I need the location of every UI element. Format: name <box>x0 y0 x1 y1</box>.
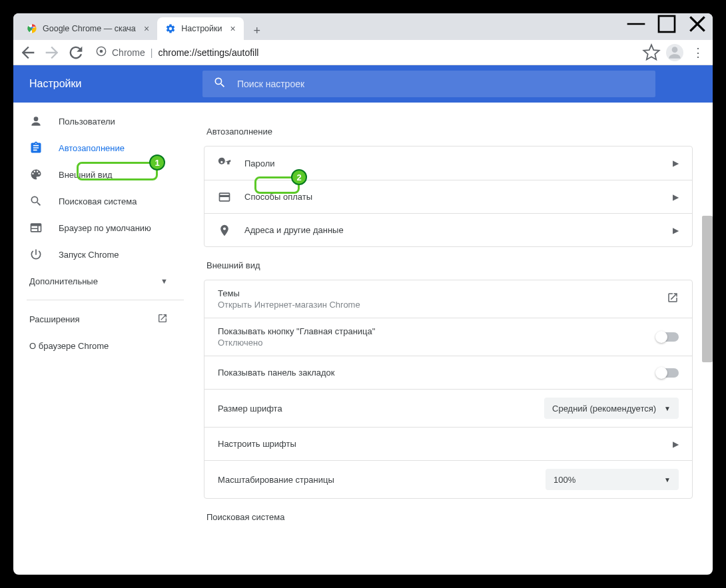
row-text-block: Показывать кнопку "Главная страница" Отк… <box>218 326 643 348</box>
settings-favicon-icon <box>165 23 176 34</box>
search-icon <box>213 76 226 92</box>
search-icon <box>29 194 43 208</box>
svg-point-7 <box>100 50 103 53</box>
sidebar-item-label: Браузер по умолчанию <box>59 223 151 233</box>
sidebar-item-startup[interactable]: Запуск Chrome <box>13 241 184 268</box>
address-bar[interactable]: Chrome | chrome://settings/autofill <box>91 46 637 59</box>
autofill-card: Пароли ▶ Способы оплаты ▶ Адреса и други… <box>204 146 693 247</box>
chevron-right-icon: ▶ <box>673 192 679 202</box>
key-icon <box>218 156 231 170</box>
page-title: Настройки <box>29 78 202 90</box>
toggle-bookmarks-bar[interactable] <box>656 368 679 378</box>
back-button[interactable] <box>19 43 37 62</box>
row-label: Масштабирование страницы <box>218 475 532 485</box>
sidebar-about-label: О браузере Chrome <box>29 341 109 351</box>
chevron-down-icon: ▼ <box>664 476 671 483</box>
row-label: Способы оплаты <box>244 192 659 202</box>
sidebar-advanced-label: Дополнительные <box>29 276 98 286</box>
sidebar-about-link[interactable]: О браузере Chrome <box>13 332 184 359</box>
row-sublabel: Открыть Интернет-магазин Chrome <box>218 300 653 310</box>
toggle-home-button[interactable] <box>656 332 679 342</box>
close-icon[interactable]: × <box>144 23 149 34</box>
divider <box>27 300 184 300</box>
main-panel: Автозаполнение Пароли ▶ Способы оплаты ▶ <box>184 103 713 575</box>
dropdown-font-size[interactable]: Средний (рекомендуется) ▼ <box>544 398 679 419</box>
forward-button[interactable] <box>43 43 61 62</box>
open-external-icon <box>157 313 168 326</box>
browser-window: Google Chrome — скачать бесп × Настройки… <box>13 13 713 575</box>
row-sublabel: Отключено <box>218 338 643 348</box>
sidebar-item-people[interactable]: Пользователи <box>13 108 184 135</box>
row-addresses[interactable]: Адреса и другие данные ▶ <box>204 213 692 246</box>
credit-card-icon <box>218 190 231 204</box>
svg-point-8 <box>672 47 678 53</box>
settings-body: Пользователи Автозаполнение Внешний вид … <box>13 103 713 575</box>
tab-title: Google Chrome — скачать бесп <box>43 24 136 33</box>
person-icon <box>29 115 43 128</box>
chrome-favicon-icon <box>27 23 37 34</box>
reload-button[interactable] <box>67 43 85 62</box>
row-label: Пароли <box>244 158 659 168</box>
sidebar-item-autofill[interactable]: Автозаполнение <box>13 135 184 161</box>
svg-point-9 <box>34 117 39 121</box>
window-controls <box>621 13 713 40</box>
appearance-card: Темы Открыть Интернет-магазин Chrome Пок… <box>204 280 693 499</box>
sidebar-item-label: Пользователи <box>59 117 115 127</box>
new-tab-button[interactable]: + <box>248 21 266 40</box>
power-icon <box>29 248 43 261</box>
chevron-down-icon: ▼ <box>161 277 168 285</box>
sidebar-extensions-link[interactable]: Расширения <box>13 306 184 332</box>
sidebar: Пользователи Автозаполнение Внешний вид … <box>13 103 184 575</box>
row-page-zoom: Масштабирование страницы 100% ▼ <box>204 460 692 498</box>
sidebar-item-label: Запуск Chrome <box>59 250 119 260</box>
web-icon <box>29 221 43 234</box>
row-text-block: Темы Открыть Интернет-магазин Chrome <box>218 288 653 310</box>
sidebar-item-label: Внешний вид <box>59 170 113 180</box>
sidebar-extensions-label: Расширения <box>29 314 80 324</box>
dropdown-value: 100% <box>553 475 575 485</box>
sidebar-item-label: Поисковая система <box>59 196 137 206</box>
row-label: Настроить шрифты <box>218 439 659 449</box>
section-title-appearance: Внешний вид <box>206 260 693 270</box>
tab-title: Настройки <box>181 24 222 33</box>
close-icon[interactable]: × <box>230 23 235 34</box>
row-bookmarks-bar: Показывать панель закладок <box>204 356 692 389</box>
chevron-down-icon: ▼ <box>664 405 671 412</box>
chrome-icon <box>96 46 107 59</box>
search-input[interactable] <box>237 79 645 89</box>
settings-header: Настройки <box>13 65 713 103</box>
row-customize-fonts[interactable]: Настроить шрифты ▶ <box>204 427 692 460</box>
profile-avatar-button[interactable] <box>666 44 683 61</box>
svg-rect-3 <box>659 16 675 32</box>
row-font-size: Размер шрифта Средний (рекомендуется) ▼ <box>204 389 692 427</box>
tab-inactive[interactable]: Google Chrome — скачать бесп × <box>19 17 157 40</box>
row-label: Адреса и другие данные <box>244 225 659 235</box>
sidebar-item-appearance[interactable]: Внешний вид <box>13 161 184 188</box>
sidebar-advanced-toggle[interactable]: Дополнительные ▼ <box>13 268 184 294</box>
row-label: Темы <box>218 288 653 298</box>
bookmark-star-button[interactable] <box>642 43 661 62</box>
row-themes[interactable]: Темы Открыть Интернет-магазин Chrome <box>204 280 692 318</box>
url-scheme: Chrome <box>112 47 145 58</box>
chevron-right-icon: ▶ <box>673 226 679 235</box>
minimize-button[interactable] <box>621 13 651 35</box>
tab-strip: Google Chrome — скачать бесп × Настройки… <box>13 13 621 40</box>
dropdown-page-zoom[interactable]: 100% ▼ <box>545 469 679 490</box>
row-payment-methods[interactable]: Способы оплаты ▶ <box>204 180 692 213</box>
row-passwords[interactable]: Пароли ▶ <box>204 147 692 180</box>
maximize-button[interactable] <box>651 13 682 35</box>
scrollbar-thumb[interactable] <box>702 216 713 362</box>
assignment-icon <box>29 141 43 154</box>
row-label: Показывать панель закладок <box>218 368 643 378</box>
chevron-right-icon: ▶ <box>673 440 679 449</box>
sidebar-item-search[interactable]: Поисковая система <box>13 188 184 214</box>
kebab-menu-button[interactable]: ⋮ <box>689 45 707 60</box>
sidebar-item-default-browser[interactable]: Браузер по умолчанию <box>13 214 184 241</box>
close-window-button[interactable] <box>682 13 713 35</box>
row-label: Размер шрифта <box>218 404 531 414</box>
section-title-autofill: Автозаполнение <box>206 127 693 137</box>
search-settings-box[interactable] <box>202 71 655 97</box>
tab-active[interactable]: Настройки × <box>157 17 243 40</box>
palette-icon <box>29 168 43 181</box>
content-area: Настройки Пользователи Автозаполнение Вн… <box>13 65 713 575</box>
